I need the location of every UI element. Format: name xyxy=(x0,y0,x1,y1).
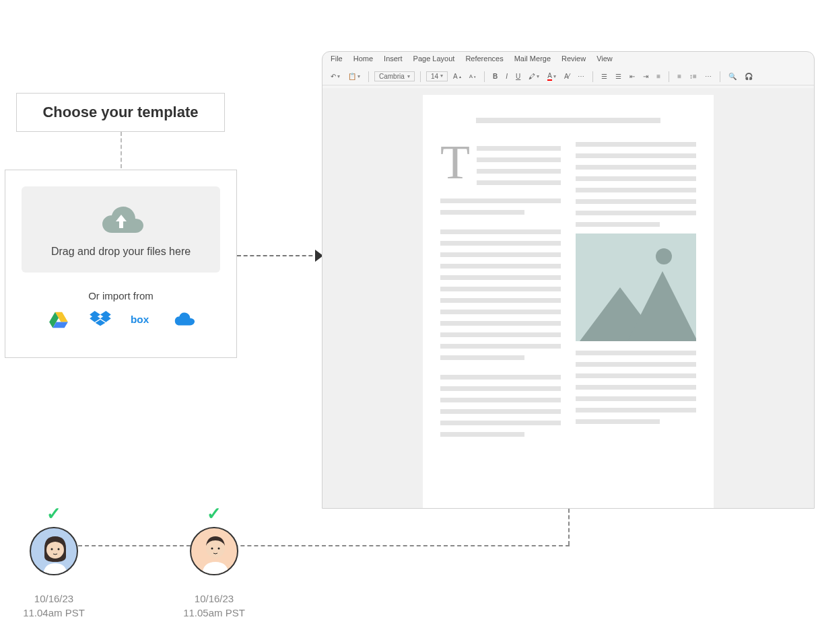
choose-template-box: Choose your template xyxy=(16,93,225,132)
menu-insert[interactable]: Insert xyxy=(384,55,403,65)
approver-1-time: 11.04am PST xyxy=(0,606,108,620)
box-icon[interactable]: box xyxy=(131,311,154,328)
upload-panel: Drag and drop your files here Or import … xyxy=(5,170,237,358)
svg-point-14 xyxy=(218,548,220,550)
search-icon[interactable]: 🔍 xyxy=(726,71,739,81)
bold-icon[interactable]: B xyxy=(490,71,500,81)
avatar-female xyxy=(30,527,78,575)
approver-1-date: 10/16/23 xyxy=(0,592,108,606)
approver-2-date: 10/16/23 xyxy=(160,592,268,606)
font-grow-icon[interactable]: A▴ xyxy=(450,71,464,81)
connector-line xyxy=(121,132,122,168)
avatar-male xyxy=(190,527,238,575)
cloud-upload-icon xyxy=(98,203,145,236)
check-icon: ✓ xyxy=(160,503,268,524)
font-name-select[interactable]: Cambria▾ xyxy=(374,71,415,81)
number-list-icon[interactable]: ☰ xyxy=(613,71,624,81)
menu-references[interactable]: References xyxy=(465,55,503,65)
line-spacing-icon[interactable]: ↕≡ xyxy=(687,71,700,81)
clipboard-icon[interactable]: 📋▾ xyxy=(345,71,363,81)
font-size-select[interactable]: 14▾ xyxy=(426,71,448,81)
outdent-icon[interactable]: ⇤ xyxy=(627,71,638,81)
doc-title-placeholder xyxy=(476,118,660,123)
check-icon: ✓ xyxy=(0,503,108,524)
import-sources-row: box xyxy=(22,311,220,328)
approver-1: ✓ 10/16/23 11.04am PST xyxy=(0,503,108,620)
menu-view[interactable]: View xyxy=(597,55,613,65)
import-from-label: Or import from xyxy=(22,290,220,301)
connector-arrow-line xyxy=(237,255,319,256)
headphones-icon[interactable]: 🎧 xyxy=(742,71,755,81)
font-color-icon[interactable]: A▾ xyxy=(545,71,559,82)
menu-home[interactable]: Home xyxy=(353,55,373,65)
onedrive-icon[interactable] xyxy=(172,311,195,328)
connector-bottom-horizontal xyxy=(78,545,570,546)
dropcap-letter: T xyxy=(440,142,470,192)
editor-menubar: File Home Insert Page Layout References … xyxy=(322,52,814,68)
approver-1-name xyxy=(0,581,108,592)
undo-icon[interactable]: ↶▾ xyxy=(328,71,343,81)
doc-column-left: T xyxy=(440,142,561,443)
clear-format-icon[interactable]: A⁄ xyxy=(561,71,572,81)
menu-mail-merge[interactable]: Mail Merge xyxy=(514,55,551,65)
editor-toolbar: ↶▾ 📋▾ Cambria▾ 14▾ A▴ A▾ B I U 🖍▾ A▾ A⁄ … xyxy=(322,68,814,85)
drop-zone[interactable]: Drag and drop your files here xyxy=(22,186,220,273)
menu-review[interactable]: Review xyxy=(561,55,586,65)
doc-column-right xyxy=(576,142,696,443)
document-page: T xyxy=(423,95,714,509)
more-font-icon[interactable]: ⋯ xyxy=(575,71,587,81)
dropbox-icon[interactable] xyxy=(89,311,112,328)
approver-2-name xyxy=(160,581,268,592)
svg-point-10 xyxy=(51,548,53,550)
choose-template-title: Choose your template xyxy=(42,104,198,121)
drop-zone-text: Drag and drop your files here xyxy=(51,246,191,258)
connector-editor-down xyxy=(568,509,570,545)
bullet-list-icon[interactable]: ☰ xyxy=(599,71,610,81)
svg-text:box: box xyxy=(131,314,149,325)
menu-file[interactable]: File xyxy=(331,55,343,65)
font-shrink-icon[interactable]: A▾ xyxy=(467,72,479,81)
align-icon[interactable]: ≡ xyxy=(654,71,663,81)
svg-point-13 xyxy=(211,548,213,550)
document-editor-window: File Home Insert Page Layout References … xyxy=(322,51,815,509)
more-para-icon[interactable]: ⋯ xyxy=(702,71,714,81)
editor-canvas: T xyxy=(322,88,814,508)
menu-page-layout[interactable]: Page Layout xyxy=(413,55,455,65)
highlight-icon[interactable]: 🖍▾ xyxy=(526,71,542,81)
svg-point-11 xyxy=(58,548,60,550)
approver-2-time: 11.05am PST xyxy=(160,606,268,620)
underline-icon[interactable]: U xyxy=(513,71,523,81)
align-left-icon[interactable]: ≡ xyxy=(675,71,684,81)
google-drive-icon[interactable] xyxy=(47,311,70,328)
image-placeholder xyxy=(576,234,696,341)
approver-2: ✓ 10/16/23 11.05am PST xyxy=(160,503,268,620)
indent-icon[interactable]: ⇥ xyxy=(640,71,651,81)
italic-icon[interactable]: I xyxy=(503,71,510,81)
